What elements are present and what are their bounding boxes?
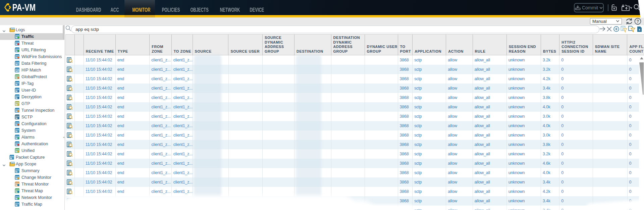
svg-text:x: x <box>639 28 640 31</box>
svg-text:?: ? <box>637 19 639 24</box>
